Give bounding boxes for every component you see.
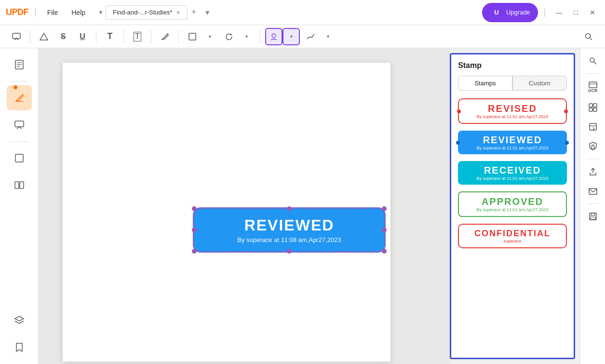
- svg-rect-21: [593, 104, 597, 107]
- sidebar-layers-button[interactable]: [7, 308, 32, 333]
- pdf-page: REVIEWED By superace at 11:08 am,Apr27,2…: [63, 63, 390, 362]
- handle-tl[interactable]: [192, 206, 197, 211]
- sidebar-sep2: [10, 141, 29, 142]
- svg-rect-26: [592, 146, 594, 148]
- reviewed-dot-right: [565, 141, 569, 145]
- upgrade-label: Upgrade: [506, 9, 530, 16]
- main-area: REVIEWED By superace at 11:08 am,Apr27,2…: [0, 48, 605, 364]
- revised-dot-left: [457, 109, 461, 113]
- stamp-received-item[interactable]: RECEIVED By superace at 11:01 am,Apr27,2…: [458, 161, 567, 185]
- page-stamp-title: REVIEWED: [209, 216, 370, 234]
- comment-tool-button[interactable]: [8, 28, 25, 45]
- handle-bl[interactable]: [192, 249, 197, 254]
- title-sep2: |: [544, 7, 546, 17]
- reviewed-sub: By superace at 11:01 am,Apr27,2023: [476, 146, 548, 150]
- sidebar-pages-button[interactable]: [7, 52, 32, 77]
- rotate-dropdown-button[interactable]: ▾: [238, 28, 255, 45]
- file-menu[interactable]: File: [42, 7, 63, 18]
- sidebar-comment-button[interactable]: [7, 112, 32, 137]
- handle-top[interactable]: [287, 206, 292, 211]
- strikethrough-tool-button[interactable]: S: [54, 28, 72, 45]
- approved-title: APPROVED: [482, 196, 543, 207]
- sidebar-edit-button[interactable]: [7, 85, 32, 110]
- tab-custom[interactable]: Custom: [512, 76, 567, 91]
- sidebar-crop-button[interactable]: [7, 146, 32, 171]
- stamp-reviewed-item[interactable]: REVIEWED By superace at 11:01 am,Apr27,2…: [458, 131, 567, 154]
- upgrade-button[interactable]: U Upgrade: [482, 3, 538, 22]
- stamp-tool-button[interactable]: [265, 28, 282, 45]
- help-menu[interactable]: Help: [67, 7, 90, 18]
- svg-rect-15: [20, 182, 24, 189]
- sign-tool-button[interactable]: [302, 28, 319, 45]
- left-sidebar: [0, 48, 39, 364]
- svg-rect-24: [590, 123, 596, 130]
- revised-sub: By superace at 11:01 am,Apr27,2023: [476, 114, 548, 119]
- rf-protect-button[interactable]: [584, 137, 602, 155]
- revised-dot-right: [564, 109, 568, 113]
- page-stamp-container[interactable]: REVIEWED By superace at 11:08 am,Apr27,2…: [193, 207, 386, 275]
- tab-stamps[interactable]: Stamps: [458, 76, 512, 91]
- svg-rect-14: [15, 182, 19, 189]
- tab-close-button[interactable]: ×: [176, 9, 180, 16]
- highlight-tool-button[interactable]: [35, 28, 53, 45]
- sign-group: ▾: [302, 28, 336, 45]
- stamp-approved-item[interactable]: APPROVED By superace at 11:01 am,Apr27,2…: [458, 191, 567, 217]
- shape-group: ▾: [184, 28, 218, 45]
- rf-sep2: [586, 159, 600, 159]
- stamp-dropdown-button[interactable]: ▾: [282, 28, 300, 45]
- handle-left[interactable]: [192, 228, 197, 232]
- handle-bottom[interactable]: [287, 249, 292, 254]
- stamp-panel: Stamp Stamps Custom REVISED By superace …: [450, 53, 575, 359]
- svg-rect-18: [589, 82, 597, 88]
- page-stamp-subtitle: By superace at 11:08 am,Apr27,2023: [209, 236, 370, 243]
- handle-right[interactable]: [382, 228, 387, 232]
- stamp-revised-item[interactable]: REVISED By superace at 11:01 am,Apr27,20…: [458, 98, 567, 124]
- minimize-button[interactable]: —: [552, 7, 566, 18]
- rotate-tool-button[interactable]: [220, 28, 238, 45]
- sidebar-bookmark-button[interactable]: [7, 335, 32, 360]
- shape-dropdown-button[interactable]: ▾: [201, 28, 218, 45]
- svg-marker-3: [230, 33, 232, 35]
- tab-dropdown-arrow[interactable]: ▼: [98, 9, 104, 16]
- text-box-button[interactable]: T: [129, 28, 146, 45]
- maximize-button[interactable]: □: [570, 7, 582, 18]
- tab-more-button[interactable]: ▼: [200, 7, 215, 18]
- rf-save-button[interactable]: [584, 208, 602, 225]
- rf-organize-button[interactable]: [584, 99, 602, 116]
- svg-point-4: [272, 34, 276, 38]
- sidebar-pages2-button[interactable]: [7, 173, 32, 198]
- stamp-received-visual: RECEIVED By superace at 11:01 am,Apr27,2…: [458, 161, 567, 185]
- active-tab[interactable]: Find-and-...r-Studies* ×: [106, 5, 188, 20]
- text-tool-button[interactable]: T: [101, 28, 119, 45]
- pdf-content-area[interactable]: REVIEWED By superace at 11:08 am,Apr27,2…: [39, 48, 450, 364]
- pen-tool-button[interactable]: [156, 28, 174, 45]
- sign-dropdown-button[interactable]: ▾: [319, 28, 336, 45]
- new-tab-button[interactable]: +: [188, 5, 201, 19]
- reviewed-title: REVIEWED: [483, 135, 542, 146]
- close-button[interactable]: ✕: [586, 7, 599, 18]
- rf-convert-button[interactable]: [584, 118, 602, 135]
- svg-marker-1: [40, 33, 48, 40]
- toolbar: S U T T ▾ ▾ ▾ ▾: [0, 25, 605, 48]
- toolbar-sep4: [151, 30, 151, 43]
- search-button[interactable]: [580, 28, 597, 45]
- confidential-sub: superace: [503, 239, 521, 243]
- handle-br[interactable]: [382, 249, 387, 254]
- tab-area: ▼ Find-and-...r-Studies* × + ▼: [98, 5, 478, 20]
- rf-search-button[interactable]: [584, 52, 602, 69]
- toolbar-sep2: [96, 30, 96, 43]
- handle-tr[interactable]: [382, 206, 387, 211]
- shape-tool-button[interactable]: [184, 28, 201, 45]
- user-avatar: U: [490, 6, 503, 19]
- rf-email-button[interactable]: [584, 182, 602, 200]
- tab-title: Find-and-...r-Studies*: [113, 9, 173, 16]
- rf-share-button[interactable]: [584, 163, 602, 180]
- active-indicator: [13, 85, 17, 89]
- approved-sub: By superace at 11:01 am,Apr27,2023: [476, 207, 548, 212]
- sidebar-sep1: [10, 81, 29, 81]
- underline-tool-button[interactable]: U: [74, 28, 91, 45]
- stamp-confidential-item[interactable]: CONFIDENTIAL superace: [458, 224, 567, 248]
- rf-ocr-button[interactable]: OCR: [583, 78, 603, 97]
- rotate-group: ▾: [220, 28, 255, 45]
- edit-section: [7, 85, 32, 110]
